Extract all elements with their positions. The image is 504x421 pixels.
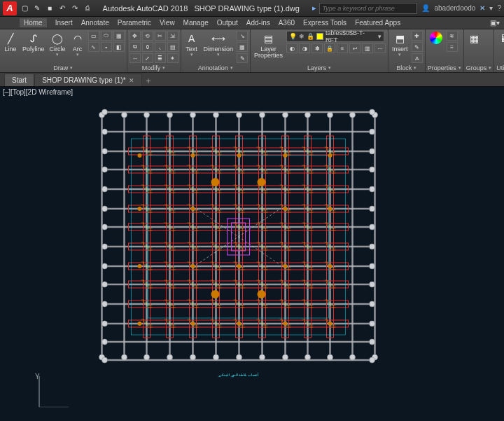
panel-draw-label[interactable]: Draw — [2, 64, 125, 72]
tab-home[interactable]: Home — [20, 18, 47, 27]
exchange-icon[interactable]: ✕ — [479, 4, 485, 12]
tab-shop-drawing[interactable]: SHOP DRAWING type (1)*✕ — [34, 74, 141, 86]
svg-point-114 — [328, 207, 332, 211]
groups-button[interactable]: ▦ — [466, 31, 483, 46]
polyline-button[interactable]: ᔑPolyline — [21, 31, 46, 53]
tab-addins[interactable]: Add-ins — [246, 19, 270, 27]
panel-properties-label[interactable]: Properties — [428, 64, 461, 72]
tab-insert[interactable]: Insert — [55, 19, 73, 27]
utilities-button[interactable]: 🖩 — [496, 31, 504, 46]
svg-point-110 — [328, 153, 332, 158]
ellipse-icon[interactable]: ⬭ — [101, 31, 112, 41]
layer-properties-button[interactable]: ▤Layer Properties — [253, 31, 284, 60]
layiso-icon[interactable]: ◑ — [299, 43, 310, 53]
save-icon[interactable]: ■ — [45, 4, 55, 13]
layprev-icon[interactable]: ↩ — [349, 43, 360, 53]
tab-start[interactable]: Start — [4, 74, 34, 86]
tab-featured[interactable]: Featured Apps — [355, 19, 400, 27]
trim-icon[interactable]: ✂ — [155, 31, 166, 41]
panel-groups-label[interactable]: Groups — [466, 64, 492, 72]
bylayer-icon[interactable]: ≡ — [447, 42, 458, 52]
svg-point-44 — [370, 129, 375, 134]
panel-block-label[interactable]: Block — [391, 64, 423, 72]
bulb-icon: 💡 — [289, 33, 297, 40]
layer-tools-row: ◐◑✽🔒≡↩▥⋯ — [286, 43, 386, 53]
scale-icon[interactable]: ⤢ — [142, 53, 153, 63]
explode-icon[interactable]: ✶ — [167, 53, 178, 63]
close-icon[interactable]: ✕ — [129, 77, 134, 84]
signin-icon[interactable]: 👤 — [421, 4, 430, 12]
viewport-controls[interactable]: [–][Top][2D Wireframe] — [3, 88, 73, 96]
svg-point-59 — [370, 224, 375, 230]
text-button[interactable]: AText▾ — [183, 31, 200, 57]
undo-icon[interactable]: ↶ — [57, 4, 67, 13]
tab-express[interactable]: Express Tools — [303, 19, 346, 27]
point-icon[interactable]: • — [101, 42, 112, 52]
region-icon[interactable]: ◧ — [113, 42, 125, 52]
move-icon[interactable]: ✥ — [130, 31, 141, 41]
panel-utilities-label[interactable]: Utilities — [496, 64, 504, 72]
search-input[interactable] — [319, 3, 417, 14]
table-icon[interactable]: ▦ — [237, 42, 248, 52]
panel-layers-label[interactable]: Layers — [253, 64, 386, 72]
tab-parametric[interactable]: Parametric — [118, 19, 151, 27]
offset-icon[interactable]: ≣ — [155, 53, 166, 63]
create-block-icon[interactable]: ✚ — [412, 31, 423, 41]
line-button[interactable]: ╱Line — [2, 31, 19, 53]
viewport[interactable]: [–][Top][2D Wireframe] أعصاب بلاطة الدور… — [0, 87, 504, 421]
copy-icon[interactable]: ⧉ — [130, 42, 141, 52]
help-icon[interactable]: ? — [497, 4, 501, 12]
svg-point-53 — [370, 186, 375, 192]
panel-modify-label[interactable]: Modify — [130, 64, 178, 72]
insert-button[interactable]: ⬒Insert▾ — [391, 31, 410, 57]
tab-overflow-icon[interactable]: ▣▾ — [490, 19, 500, 27]
attribute-icon[interactable]: A — [412, 53, 423, 63]
dimension-icon: ⟷ — [211, 32, 225, 46]
fillet-icon[interactable]: ◟ — [155, 42, 166, 52]
svg-point-52 — [102, 186, 108, 192]
cloud-icon[interactable]: ▾ — [489, 4, 493, 12]
laymore-icon[interactable]: ⋯ — [374, 43, 386, 53]
redo-icon[interactable]: ↷ — [70, 4, 80, 13]
panel-annotation-label[interactable]: Annotation — [183, 64, 248, 72]
user-name[interactable]: abaderdoodo — [434, 4, 475, 12]
laymatch-icon[interactable]: ≡ — [337, 43, 348, 53]
tab-a360[interactable]: A360 — [279, 19, 295, 27]
current-layer-select[interactable]: 💡 ❄ 🔒 tables$0$B-T-RFT ▾ — [286, 31, 384, 42]
tab-output[interactable]: Output — [217, 19, 238, 27]
hatch-icon[interactable]: ▦ — [113, 31, 125, 41]
print-icon[interactable]: ⎙ — [83, 4, 92, 13]
tab-annotate[interactable]: Annotate — [81, 19, 109, 27]
svg-point-115 — [138, 264, 142, 268]
arc-button[interactable]: ◠Arc▾ — [69, 31, 86, 57]
laywalk-icon[interactable]: ▥ — [362, 43, 373, 53]
layoff-icon[interactable]: ◐ — [286, 43, 298, 53]
edit-block-icon[interactable]: ✎ — [412, 42, 423, 52]
app-logo-icon[interactable]: A — [3, 1, 17, 15]
properties-button[interactable] — [428, 31, 444, 45]
rectangle-icon[interactable]: ▭ — [88, 31, 99, 41]
laylock-icon[interactable]: 🔒 — [324, 43, 335, 53]
circle-button[interactable]: ◯Circle▾ — [48, 31, 67, 57]
match-prop-icon[interactable]: ≋ — [447, 31, 458, 41]
svg-point-58 — [102, 224, 108, 230]
layfrz-icon[interactable]: ✽ — [312, 43, 323, 53]
stretch-icon[interactable]: ↔ — [130, 53, 141, 63]
tab-view[interactable]: View — [160, 19, 175, 27]
extend-icon[interactable]: ⇲ — [167, 31, 178, 41]
tab-manage[interactable]: Manage — [183, 19, 209, 27]
svg-point-49 — [102, 167, 108, 172]
new-tab-button[interactable]: ＋ — [142, 75, 155, 86]
search-go-icon[interactable]: ▸ — [312, 4, 316, 13]
open-icon[interactable]: ✎ — [32, 4, 42, 13]
rotate-icon[interactable]: ⟲ — [142, 31, 153, 41]
dimension-button[interactable]: ⟷Dimension▾ — [202, 31, 235, 57]
spline-icon[interactable]: ∿ — [88, 42, 99, 52]
layer-properties-icon: ▤ — [262, 32, 276, 46]
mtext-icon[interactable]: ✎ — [237, 53, 248, 63]
array-icon[interactable]: ▤ — [167, 42, 178, 52]
mirror-icon[interactable]: ⧮ — [142, 42, 153, 52]
leader-icon[interactable]: ↘ — [237, 31, 248, 41]
new-icon[interactable]: ▢ — [20, 4, 29, 13]
line-icon: ╱ — [4, 32, 18, 46]
